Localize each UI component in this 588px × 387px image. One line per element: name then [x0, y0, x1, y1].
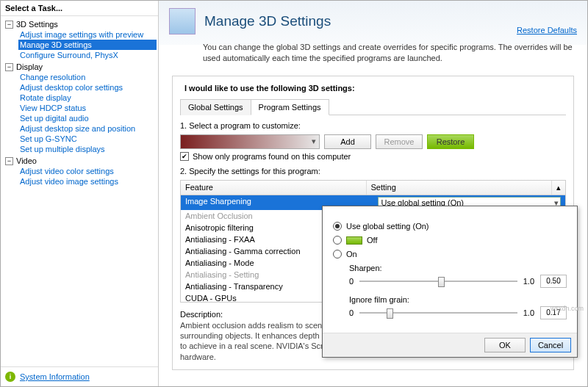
tree-item[interactable]: Change resolution	[18, 72, 157, 82]
radio-use-global-label: Use global setting (On)	[346, 222, 429, 231]
sharpen-max: 1.0	[523, 277, 534, 286]
tree-item[interactable]: Adjust desktop size and position	[18, 123, 157, 134]
sharpen-value[interactable]: 0.50	[540, 275, 567, 288]
tab-global-settings[interactable]: Global Settings	[180, 99, 251, 115]
info-icon: i	[5, 372, 15, 382]
scroll-up-icon[interactable]: ▴	[552, 181, 565, 195]
sharpen-min: 0	[349, 277, 354, 286]
page-title: Manage 3D Settings	[204, 13, 517, 29]
tree-item[interactable]: View HDCP status	[18, 103, 157, 113]
radio-on-label: On	[346, 250, 357, 258]
header-icon	[169, 8, 196, 35]
watermark: wsxdn.com	[551, 305, 584, 312]
tree-group-header[interactable]: −Display	[2, 62, 157, 72]
radio-off-label: Off	[367, 236, 377, 245]
nvidia-badge-icon	[346, 236, 362, 245]
tree-item[interactable]: Rotate display	[18, 93, 157, 103]
restore-button[interactable]: Restore	[427, 134, 474, 149]
program-select-combo[interactable]	[180, 134, 320, 149]
tree-group-label: Video	[16, 156, 37, 165]
tree-group-header[interactable]: −3D Settings	[2, 19, 157, 29]
tree-item[interactable]: Adjust image settings with preview	[18, 29, 157, 40]
tree-group-header[interactable]: −Video	[2, 156, 157, 166]
sharpen-slider[interactable]	[359, 281, 517, 282]
task-tree: −3D SettingsAdjust image settings with p…	[1, 16, 158, 366]
radio-use-global[interactable]	[333, 222, 342, 231]
collapse-icon[interactable]: −	[5, 157, 13, 165]
page-intro: You can change the global 3D settings an…	[159, 37, 587, 71]
add-button[interactable]: Add	[324, 134, 371, 149]
tree-item[interactable]: Set up multiple displays	[18, 144, 157, 154]
groupbox-title: I would like to use the following 3D set…	[182, 84, 358, 93]
cancel-button[interactable]: Cancel	[530, 338, 571, 352]
ok-button[interactable]: OK	[484, 338, 526, 352]
col-feature[interactable]: Feature	[181, 181, 367, 195]
tree-item[interactable]: Adjust desktop color settings	[18, 82, 157, 93]
grain-label: Ignore film grain:	[349, 295, 567, 304]
restore-defaults-link[interactable]: Restore Defaults	[517, 26, 577, 35]
system-information-row: i System Information	[1, 366, 158, 386]
show-only-checkbox[interactable]: ✔	[180, 152, 189, 161]
grain-slider[interactable]	[359, 312, 517, 314]
sharpen-label: Sharpen:	[349, 264, 567, 272]
image-sharpening-popup: Use global setting (On) Off On Sharpen: …	[322, 206, 578, 358]
tabs: Global Settings Program Settings	[180, 98, 566, 115]
tree-item[interactable]: Set up G-SYNC	[18, 134, 157, 144]
tree-group-label: Display	[16, 62, 43, 71]
step1-label: 1. Select a program to customize:	[180, 121, 566, 130]
sharpen-thumb[interactable]	[438, 277, 445, 287]
collapse-icon[interactable]: −	[5, 63, 13, 71]
left-pane: Select a Task... −3D SettingsAdjust imag…	[1, 1, 159, 386]
remove-button[interactable]: Remove	[376, 134, 423, 149]
grain-thumb[interactable]	[387, 308, 393, 319]
show-only-label: Show only programs found on this compute…	[193, 152, 351, 161]
tree-item[interactable]: Adjust video image settings	[18, 176, 157, 187]
system-information-link[interactable]: System Information	[20, 372, 90, 381]
col-setting[interactable]: Setting	[367, 181, 553, 195]
tree-group-label: 3D Settings	[16, 20, 58, 29]
grain-max: 1.0	[523, 308, 534, 317]
tree-item[interactable]: Adjust video color settings	[18, 166, 157, 176]
tree-item[interactable]: Set up digital audio	[18, 113, 157, 123]
tree-item[interactable]: Configure Surround, PhysX	[18, 50, 157, 60]
step2-label: 2. Specify the settings for this program…	[180, 167, 566, 176]
tree-item[interactable]: Manage 3D settings	[18, 40, 157, 50]
grain-min: 0	[349, 308, 354, 317]
task-header: Select a Task...	[1, 1, 158, 16]
page-header: Manage 3D Settings Restore Defaults	[159, 1, 587, 37]
tab-program-settings[interactable]: Program Settings	[251, 99, 329, 115]
radio-on[interactable]	[333, 250, 342, 258]
collapse-icon[interactable]: −	[5, 21, 13, 29]
radio-off[interactable]	[333, 236, 342, 245]
